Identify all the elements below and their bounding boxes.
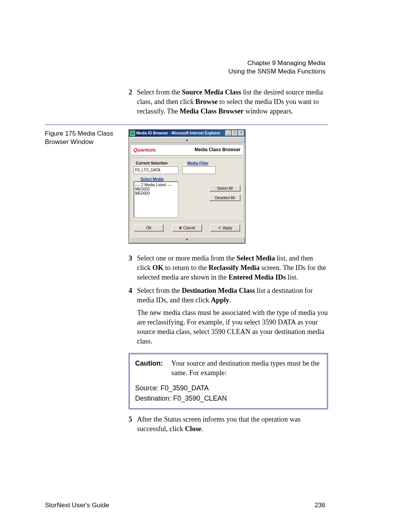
step-4: 4 Select from the Destination Media Clas…	[129, 286, 328, 346]
step-2-text: Select from the Source Media Class list …	[137, 88, 328, 116]
list-item[interactable]: MED002	[135, 187, 177, 191]
step-number: 4	[129, 286, 137, 305]
select-media-link[interactable]: Select Media	[140, 177, 241, 181]
select-media-listbox[interactable]: ---- 2 Media Listed ---- MED002 MED003	[134, 181, 178, 218]
step-4-paragraph: The new media class must be associated w…	[137, 308, 328, 346]
step-3: 3 Select one or more media from the Sele…	[129, 254, 328, 282]
scroll-down-icon[interactable]: ▾	[129, 237, 245, 243]
dialog-title: Media Class Browser	[194, 147, 241, 152]
list-item[interactable]: MED003	[135, 191, 177, 195]
media-filter-input[interactable]	[182, 166, 216, 174]
caution-dest: Destination: F0_3590_CLEAN	[135, 393, 322, 404]
current-selection-input[interactable]	[134, 166, 178, 174]
maximize-button[interactable]: □	[232, 130, 238, 136]
x-icon: ✖	[179, 226, 182, 230]
header-section: Using the SNSM Media Functions	[228, 67, 325, 76]
page-header: Chapter 9 Managing Media Using the SNSM …	[228, 59, 325, 76]
step-4-text: Select from the Destination Media Class …	[137, 286, 328, 305]
divider	[45, 125, 328, 125]
quantum-logo: Quantum.	[134, 147, 157, 153]
footer-left: StorNext User's Guide	[45, 502, 109, 509]
page-footer: StorNext User's Guide 236	[45, 502, 325, 509]
header-chapter: Chapter 9 Managing Media	[228, 59, 325, 67]
step-5-text: After the Status screen informs you that…	[137, 415, 328, 434]
figure-caption: Figure 175 Media Class Browser Window	[45, 129, 121, 146]
media-filter-link[interactable]: Media Filter	[187, 161, 209, 165]
scroll-up-icon[interactable]: ▴	[129, 137, 245, 143]
ok-button[interactable]: OK	[134, 224, 164, 232]
dialog-panel: Current Selection Media Filter Select Me…	[130, 158, 244, 221]
close-button[interactable]: ×	[238, 130, 244, 136]
check-icon: ✔	[218, 225, 221, 230]
footer-page-number: 236	[315, 502, 325, 509]
document-page: Chapter 9 Managing Media Using the SNSM …	[0, 0, 411, 532]
caution-box: Caution: Your source and destination med…	[129, 353, 328, 409]
figure-row: Figure 175 Media Class Browser Window Me…	[45, 129, 328, 244]
deselect-all-button[interactable]: Deselect All	[209, 195, 241, 201]
apply-button[interactable]: ✔Apply	[210, 224, 240, 232]
step-number: 2	[129, 88, 137, 116]
list-header: ---- 2 Media Listed ----	[135, 183, 177, 187]
minimize-button[interactable]: _	[225, 130, 231, 136]
select-all-button[interactable]: Select All	[209, 185, 241, 192]
caution-source: Source: F0_3590_DATA	[135, 383, 322, 393]
step-5: 5 After the Status screen informs you th…	[129, 415, 328, 434]
ie-icon	[130, 131, 135, 136]
dialog-screenshot: Media ID Browser - Microsoft Internet Ex…	[129, 129, 245, 244]
step-3-text: Select one or more media from the Select…	[137, 254, 328, 282]
cancel-button[interactable]: ✖Cancel	[172, 224, 202, 232]
window-title: Media ID Browser - Microsoft Internet Ex…	[136, 131, 225, 135]
current-selection-label: Current Selection	[136, 161, 167, 165]
titlebar: Media ID Browser - Microsoft Internet Ex…	[129, 130, 245, 137]
brand-header: Quantum. Media Class Browser	[130, 144, 244, 155]
caution-text: Your source and destination media types …	[171, 359, 322, 378]
media-class-browser-window: Media ID Browser - Microsoft Internet Ex…	[129, 129, 245, 244]
step-number: 5	[129, 415, 137, 434]
step-number: 3	[129, 254, 137, 282]
step-2: 2 Select from the Source Media Class lis…	[129, 88, 328, 116]
caution-label: Caution:	[135, 359, 171, 378]
